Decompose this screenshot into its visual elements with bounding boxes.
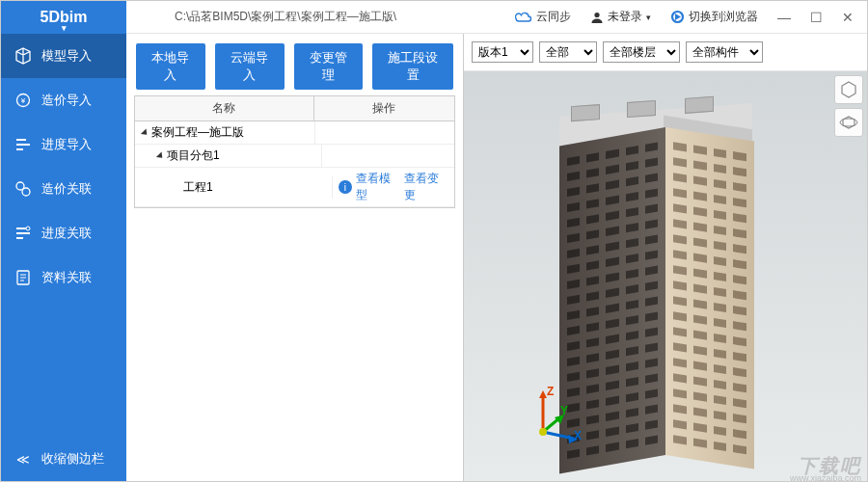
col-header-name: 名称 [135, 96, 314, 120]
viewer-canvas[interactable]: Z Y X 下载吧 www.xiazaiba.com [464, 71, 867, 481]
file-path: C:\品茗BIM5D\案例工程\案例工程—施工版\ [175, 9, 396, 25]
toolbar: 本地导入 云端导入 变更管理 施工段设置 [126, 34, 463, 95]
sidebar: 模型导入 ¥ 造价导入 进度导入 造价关联 进度关联 资料关联 [1, 34, 126, 481]
view-orbit-button[interactable] [834, 108, 863, 137]
svg-marker-10 [539, 390, 547, 398]
document-icon [14, 269, 32, 286]
project-table: 名称 操作 案例工程—施工版 项目分包1 [134, 95, 455, 208]
link-schedule-icon [14, 225, 32, 242]
sidebar-item-schedule-link[interactable]: 进度关联 [1, 211, 126, 255]
row-name: 工程1 [183, 179, 213, 196]
user-icon [590, 11, 604, 24]
browser-switch-label: 切换到浏览器 [689, 9, 758, 25]
login-label: 未登录 [608, 9, 642, 25]
window-controls: — ☐ ✕ [777, 10, 854, 25]
sidebar-collapse-label: 收缩侧边栏 [41, 450, 104, 468]
svg-point-0 [594, 12, 599, 16]
browser-switch-button[interactable]: 切换到浏览器 [670, 9, 758, 25]
axis-gizmo: Z Y X [522, 388, 580, 446]
cloud-sync-button[interactable]: 云同步 [515, 9, 571, 25]
viewer-toolbar: 版本1 全部 全部楼层 全部构件 [464, 34, 867, 71]
view-tools [834, 75, 863, 137]
filter-floor-select[interactable]: 全部楼层 [603, 41, 680, 63]
close-button[interactable]: ✕ [842, 10, 854, 25]
expand-icon[interactable] [141, 128, 149, 137]
row-name: 案例工程—施工版 [151, 124, 244, 141]
info-icon: i [339, 180, 351, 194]
sidebar-item-label: 资料关联 [41, 269, 92, 286]
browser-icon [670, 10, 685, 24]
view-reset-button[interactable] [834, 75, 863, 104]
login-button[interactable]: 未登录 ▾ [590, 9, 651, 25]
collapse-icon: ≪ [14, 450, 32, 468]
minimize-button[interactable]: — [777, 10, 791, 25]
viewer-panel: 版本1 全部 全部楼层 全部构件 [464, 34, 867, 481]
expand-icon[interactable] [156, 151, 165, 160]
sidebar-item-model-import[interactable]: 模型导入 [1, 34, 126, 78]
row-name: 项目分包1 [167, 147, 220, 164]
svg-text:¥: ¥ [20, 96, 26, 105]
sidebar-item-schedule-import[interactable]: 进度导入 [1, 122, 126, 167]
sidebar-item-cost-link[interactable]: 造价关联 [1, 167, 126, 211]
view-model-link[interactable]: 查看模型 [356, 171, 400, 203]
watermark-url: www.xiazaiba.com [790, 473, 861, 481]
sidebar-item-label: 模型导入 [41, 47, 92, 65]
change-mgmt-button[interactable]: 变更管理 [294, 43, 364, 90]
app-body: 模型导入 ¥ 造价导入 进度导入 造价关联 进度关联 资料关联 [1, 34, 867, 481]
cube-icon [14, 47, 32, 65]
sidebar-item-cost-import[interactable]: ¥ 造价导入 [1, 78, 126, 122]
app-window: 5Dbim ▾ C:\品茗BIM5D\案例工程\案例工程—施工版\ 云同步 未登… [0, 0, 868, 482]
cloud-sync-label: 云同步 [536, 9, 571, 25]
table-row[interactable]: 工程1 i 查看模型 查看变更 [135, 168, 454, 207]
table-header: 名称 操作 [135, 96, 454, 121]
link-cost-icon [14, 180, 32, 198]
app-logo[interactable]: 5Dbim ▾ [1, 1, 126, 34]
axis-x-label: X [574, 429, 582, 442]
svg-point-15 [539, 428, 547, 436]
sidebar-item-label: 进度导入 [41, 136, 92, 153]
sidebar-item-label: 造价关联 [41, 180, 92, 198]
chevron-down-icon: ▾ [62, 23, 67, 33]
axis-y-label: Y [560, 404, 568, 417]
table-row[interactable]: 案例工程—施工版 [135, 121, 454, 145]
coin-icon: ¥ [14, 92, 32, 109]
chevron-down-icon: ▾ [646, 13, 651, 22]
view-change-link[interactable]: 查看变更 [404, 171, 448, 203]
cloud-import-button[interactable]: 云端导入 [215, 43, 285, 90]
sidebar-item-label: 造价导入 [41, 92, 92, 109]
building-model [559, 110, 752, 467]
sidebar-item-label: 进度关联 [41, 225, 92, 242]
sidebar-collapse-button[interactable]: ≪ 收缩侧边栏 [1, 437, 126, 481]
filter-component-select[interactable]: 全部构件 [686, 41, 763, 63]
local-import-button[interactable]: 本地导入 [136, 43, 205, 90]
version-select[interactable]: 版本1 [472, 41, 533, 63]
axis-z-label: Z [547, 385, 554, 398]
content-area: 本地导入 云端导入 变更管理 施工段设置 名称 操作 案例工程—施工版 [126, 34, 867, 481]
section-setup-button[interactable]: 施工段设置 [372, 43, 453, 90]
titlebar: 5Dbim ▾ C:\品茗BIM5D\案例工程\案例工程—施工版\ 云同步 未登… [1, 1, 867, 34]
maximize-button[interactable]: ☐ [810, 10, 823, 25]
left-panel: 本地导入 云端导入 变更管理 施工段设置 名称 操作 案例工程—施工版 [126, 34, 464, 481]
cloud-icon [515, 11, 532, 24]
sidebar-item-doc-link[interactable]: 资料关联 [1, 255, 126, 300]
svg-point-6 [26, 227, 30, 230]
table-row[interactable]: 项目分包1 [135, 145, 454, 168]
svg-point-5 [22, 188, 30, 196]
filter-all-select[interactable]: 全部 [539, 41, 597, 63]
col-header-op: 操作 [314, 96, 454, 120]
bars-icon [14, 136, 32, 153]
